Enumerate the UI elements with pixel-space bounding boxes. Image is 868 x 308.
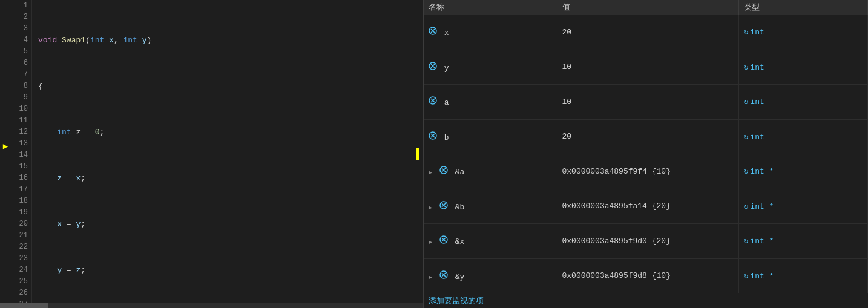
watch-value-b: 20 — [557, 119, 738, 154]
watch-value-addr-y: 0x0000003a4895f9d8 {10} — [557, 258, 738, 293]
watch-varname-addr-a: &a — [455, 168, 465, 177]
watch-name-addr-y: ▶ &y — [424, 258, 557, 293]
code-line-3: int z = 0; — [38, 126, 416, 138]
watch-type-addr-x: ↻int * — [738, 224, 868, 259]
watch-value-addr-a: 0x0000003a4895f9f4 {10} — [557, 154, 738, 189]
watch-type-addr-y: ↻int * — [738, 258, 868, 293]
watch-header-value: 值 — [557, 0, 738, 15]
watch-value-addr-x: 0x0000003a4895f9d0 {20} — [557, 224, 738, 259]
watch-row-addr-y[interactable]: ▶ &y 0x0000003a4895f9d8 {10} ↻int * — [424, 258, 868, 293]
watch-type-addr-b: ↻int * — [738, 189, 868, 224]
watch-varname-addr-b: &b — [455, 203, 465, 212]
code-line-1: void Swap1(int x, int y) — [38, 34, 416, 46]
watch-name-y: y — [424, 50, 557, 85]
watch-panel: 名称 值 类型 x 20 ↻int — [424, 0, 868, 308]
add-watch-item[interactable]: 添加要监视的项 — [424, 293, 868, 308]
code-line-5: x = y; — [38, 218, 416, 230]
arrow-indicator: ▶ — [3, 141, 8, 151]
watch-header-name: 名称 — [424, 0, 557, 15]
editor-gutter: ▶ — [0, 0, 11, 303]
code-line-2: { — [38, 80, 416, 92]
watch-icon-a — [429, 96, 437, 105]
watch-varname-addr-y: &y — [455, 272, 465, 281]
watch-value-y: 10 — [557, 50, 738, 85]
watch-name-x: x — [424, 15, 557, 50]
expand-icon-addr-a[interactable]: ▶ — [429, 169, 432, 176]
watch-name-addr-a: ▶ &a — [424, 154, 557, 189]
watch-type-x: ↻int — [738, 15, 868, 50]
watch-row-y[interactable]: y 10 ↻int — [424, 50, 868, 85]
watch-icon-x — [429, 27, 437, 35]
watch-value-a: 10 — [557, 85, 738, 120]
watch-varname-a: a — [444, 98, 449, 107]
code-line-6: y = z; — [38, 264, 416, 276]
watch-symbol-icon — [429, 27, 437, 35]
watch-icon-addr-b — [439, 201, 448, 209]
watch-type-b: ↻int — [738, 119, 868, 154]
expand-icon-addr-y[interactable]: ▶ — [429, 274, 432, 281]
watch-icon-y — [429, 62, 437, 70]
scrollbar-thumb[interactable] — [0, 303, 48, 308]
watch-type-addr-a: ↻int * — [738, 154, 868, 189]
watch-row-b[interactable]: b 20 ↻int — [424, 119, 868, 154]
watch-name-b: b — [424, 119, 557, 154]
minimap-current-line — [416, 148, 419, 160]
watch-varname-y: y — [444, 64, 449, 73]
watch-icon-addr-y — [439, 270, 448, 279]
watch-icon-b — [429, 131, 437, 140]
watch-row-addr-a[interactable]: ▶ &a 0x0000003a4895f9f4 {10} ↻int * — [424, 154, 868, 189]
watch-row-x[interactable]: x 20 ↻int — [424, 15, 868, 50]
watch-row-addr-x[interactable]: ▶ &x 0x0000003a4895f9d0 {20} ↻int * — [424, 224, 868, 259]
editor-minimap — [416, 0, 423, 303]
watch-row-a[interactable]: a 10 ↻int — [424, 85, 868, 120]
watch-table: 名称 值 类型 x 20 ↻int — [424, 0, 868, 293]
watch-row-addr-b[interactable]: ▶ &b 0x0000003a4895fa14 {20} ↻int * — [424, 189, 868, 224]
watch-value-addr-b: 0x0000003a4895fa14 {20} — [557, 189, 738, 224]
code-editor: ▶ 1 2 3 4 5 6 7 8 9 — [0, 0, 424, 308]
code-line-4: z = x; — [38, 172, 416, 184]
expand-icon-addr-x[interactable]: ▶ — [429, 239, 432, 246]
watch-type-a: ↻int — [738, 85, 868, 120]
watch-icon-addr-a — [439, 166, 448, 174]
refresh-icon-x: ↻ — [744, 28, 749, 37]
watch-type-y: ↻int — [738, 50, 868, 85]
watch-name-addr-b: ▶ &b — [424, 189, 557, 224]
watch-value-x: 20 — [557, 15, 738, 50]
line-numbers: 1 2 3 4 5 6 7 8 9 10 11 12 13 14 15 16 1… — [11, 0, 32, 303]
watch-name-addr-x: ▶ &x — [424, 224, 557, 259]
watch-varname-x: x — [444, 28, 449, 38]
watch-icon-addr-x — [439, 235, 448, 244]
code-text[interactable]: void Swap1(int x, int y) { int z = 0; z … — [32, 0, 416, 303]
watch-name-a: a — [424, 85, 557, 120]
editor-scrollbar-horizontal[interactable] — [0, 303, 423, 308]
expand-icon-addr-b[interactable]: ▶ — [429, 205, 432, 211]
watch-header-type: 类型 — [738, 0, 868, 15]
watch-varname-b: b — [444, 133, 449, 142]
watch-varname-addr-x: &x — [455, 237, 465, 246]
